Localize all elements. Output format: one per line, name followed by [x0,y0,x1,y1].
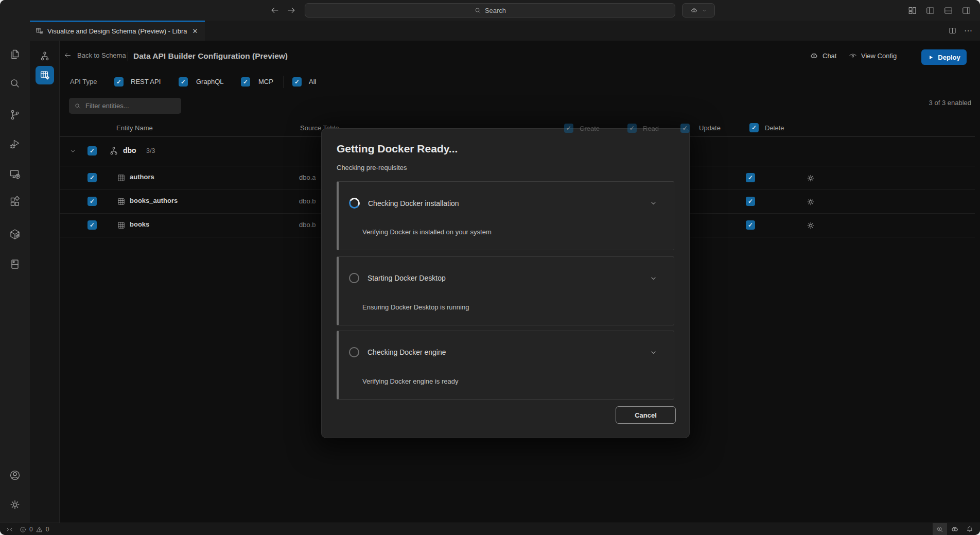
customize-layout-button[interactable] [905,4,919,16]
row-checkbox[interactable] [87,197,97,206]
copilot-status-icon[interactable] [947,523,962,535]
entity-name: authors [130,173,154,181]
tab-visualize-schema[interactable]: Visualize and Design Schema (Preview) - … [30,21,205,41]
col-entity-name: Entity Name [116,124,153,132]
row-checkbox[interactable] [87,220,97,230]
remote-indicator-icon[interactable] [5,525,14,534]
col-read: Read [643,125,659,132]
col-delete: Delete [765,124,784,132]
row-checkbox[interactable] [87,173,97,182]
extensions-icon[interactable] [9,196,21,208]
activity-bar [0,21,30,523]
status-bar: 0 0 [0,523,980,535]
containers-icon[interactable] [9,228,21,240]
dialog-title: Getting Docker Ready... [337,143,458,155]
docker-ready-dialog: Getting Docker Ready... Checking pre-req… [321,128,690,438]
search-placeholder: Search [485,7,506,14]
problems-indicator[interactable]: 0 0 [19,524,49,535]
warning-count: 0 [46,526,49,533]
more-actions-icon[interactable]: ⋯ [964,26,973,36]
source-control-icon[interactable] [9,109,21,121]
graphql-label: GraphQL [196,78,223,85]
search-view-icon[interactable] [9,77,21,90]
pending-circle-icon [349,347,359,357]
create-column-checkbox[interactable] [564,124,573,133]
chevron-down-icon[interactable] [649,198,658,208]
view-config-button[interactable]: View Config [848,51,897,60]
page-title: Data API Builder Configuration (Preview) [133,51,288,61]
all-checkbox[interactable] [292,77,302,87]
warning-icon [36,526,43,533]
read-column-checkbox[interactable] [627,124,637,133]
row-settings-gear-icon[interactable] [806,174,815,183]
delete-checkbox[interactable] [746,173,755,182]
back-label: Back to Schema [77,51,126,59]
chevron-down-icon[interactable] [649,273,658,283]
chevron-down-icon[interactable] [68,147,77,156]
accounts-icon[interactable] [9,469,21,481]
entity-name: books [130,220,149,228]
cancel-button[interactable]: Cancel [616,406,676,424]
row-settings-gear-icon[interactable] [806,197,815,206]
step-description: Ensuring Docker Desktop is running [362,303,469,311]
notifications-bell-icon[interactable] [962,523,977,535]
designer-rail [30,41,60,523]
step-description: Verifying Docker is installed on your sy… [362,228,492,236]
pending-circle-icon [349,273,359,283]
step-title: Checking Docker engine [367,348,446,356]
delete-checkbox[interactable] [746,197,755,206]
col-update: Update [699,124,721,132]
step-card-docker-installation: Checking Docker installation Verifying D… [337,181,674,250]
filter-entities-input[interactable]: Filter entities... [69,98,181,114]
view-config-label: View Config [861,52,897,60]
group-checkbox[interactable] [87,146,97,156]
delete-column-checkbox[interactable] [749,123,759,132]
table-icon [117,197,126,206]
remote-explorer-icon[interactable] [9,168,21,180]
chat-button[interactable]: Chat [809,51,836,61]
entity-name: books_authors [130,197,178,204]
source-table-value: dbo.a [299,174,316,181]
loading-spinner-icon [348,197,361,210]
api-type-label: API Type [70,78,97,85]
command-search-box[interactable]: Search [305,3,675,18]
deploy-button[interactable]: Deploy [921,49,967,65]
toggle-secondary-sidebar-button[interactable] [959,4,973,16]
database-server-icon[interactable] [9,258,21,270]
toggle-panel-button[interactable] [941,4,955,16]
toggle-sidebar-button[interactable] [923,4,937,16]
table-icon [117,221,126,230]
nav-back-button[interactable] [268,4,282,17]
chevron-down-icon[interactable] [649,348,658,357]
tab-close-icon[interactable]: ✕ [190,27,200,36]
all-label: All [309,78,316,85]
eye-icon [848,51,857,60]
split-editor-icon[interactable] [948,26,957,35]
explorer-icon[interactable] [9,48,21,61]
table-designer-view-button[interactable] [36,66,54,84]
update-column-checkbox[interactable] [680,124,690,133]
delete-checkbox[interactable] [746,220,755,230]
schema-diagram-view-button[interactable] [36,47,54,65]
table-icon [117,174,126,182]
mcp-checkbox[interactable] [241,77,250,87]
step-title: Checking Docker installation [368,199,459,208]
group-count: 3/3 [146,147,155,154]
row-settings-gear-icon[interactable] [806,221,815,230]
error-icon [19,526,27,533]
error-count: 0 [29,526,33,533]
zoom-indicator-icon[interactable] [933,523,947,535]
schema-icon [109,146,119,156]
run-debug-icon[interactable] [9,138,21,150]
nav-forward-button[interactable] [285,4,298,17]
mcp-label: MCP [258,78,273,85]
copilot-menu-button[interactable] [682,3,715,18]
back-to-schema-link[interactable]: Back to Schema [63,51,126,60]
settings-gear-icon[interactable] [9,498,21,511]
dialog-subtitle: Checking pre-requisites [337,164,407,171]
step-title: Starting Docker Desktop [367,274,446,282]
graphql-checkbox[interactable] [179,77,188,87]
tab-bar: Visualize and Design Schema (Preview) - … [30,21,980,41]
api-type-divider [284,76,284,88]
rest-api-checkbox[interactable] [114,77,124,87]
